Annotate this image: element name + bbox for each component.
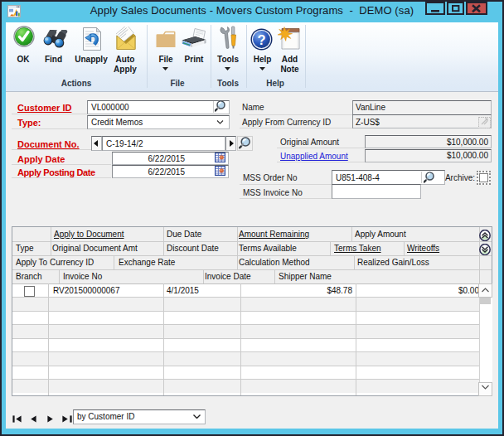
svg-text:?: ? (257, 32, 265, 47)
